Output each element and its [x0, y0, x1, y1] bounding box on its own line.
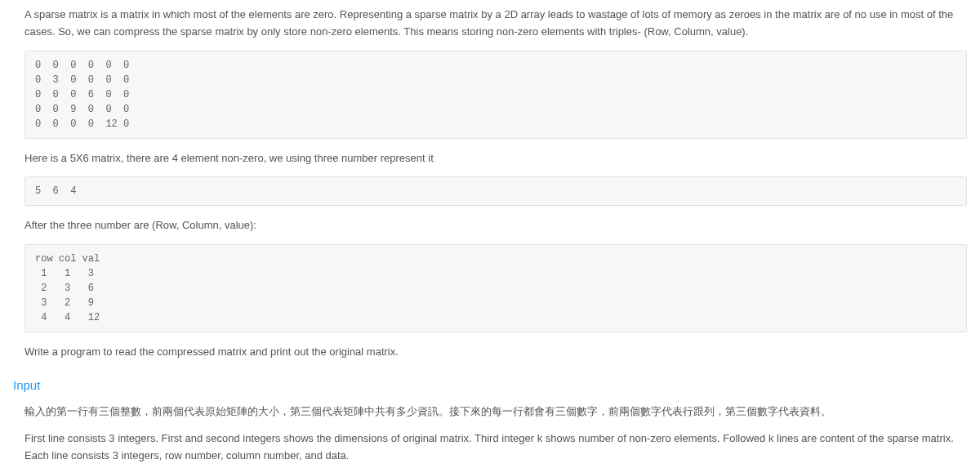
- matrix-example-block: 0 0 0 0 0 0 0 3 0 0 0 0 0 0 0 6 0 0 0 0 …: [24, 51, 967, 139]
- problem-description: A sparse matrix is a matrix in which mos…: [13, 7, 967, 468]
- triples-block: row col val 1 1 3 2 3 6 3 2 9 4 4 12: [24, 244, 967, 332]
- input-heading: Input: [13, 376, 967, 395]
- input-en: First line consists 3 integers. First an…: [24, 430, 967, 465]
- intro-paragraph: A sparse matrix is a matrix in which mos…: [24, 7, 967, 41]
- triples-caption: After the three number are (Row, Column,…: [24, 217, 967, 234]
- task-paragraph: Write a program to read the compressed m…: [24, 344, 967, 361]
- input-zh: 輸入的第一行有三個整數，前兩個代表原始矩陣的大小，第三個代表矩陣中共有多少資訊。…: [24, 403, 967, 421]
- matrix-caption: Here is a 5X6 matrix, there are 4 elemen…: [24, 150, 967, 167]
- header-triple-block: 5 6 4: [24, 176, 967, 206]
